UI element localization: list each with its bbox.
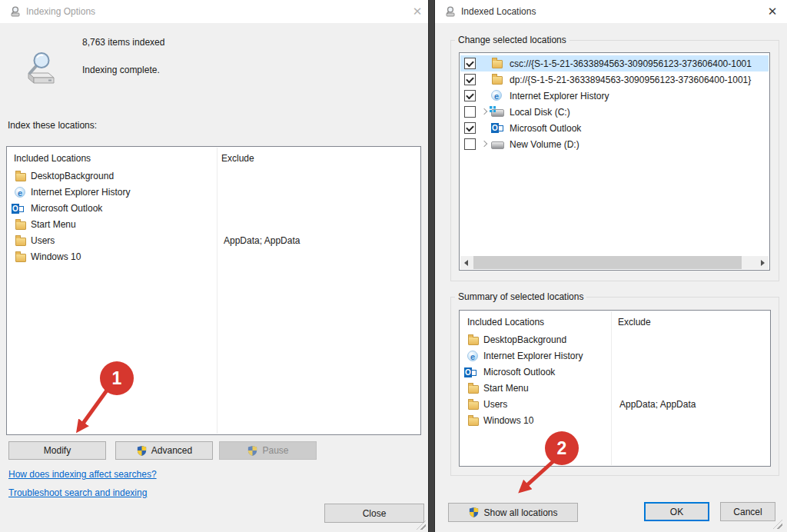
folder-icon: [15, 219, 28, 230]
list-item[interactable]: Start Menu: [460, 380, 769, 396]
dialog-title: Indexed Locations: [461, 6, 536, 17]
location-label: Users: [483, 399, 507, 410]
tree-item-label: Internet Explorer History: [510, 91, 769, 101]
uac-shield-icon: [136, 445, 148, 457]
column-header-included: Included Locations: [467, 317, 544, 328]
location-label: Internet Explorer History: [483, 351, 583, 361]
change-locations-group-label: Change selected locations: [455, 35, 569, 45]
locations-tree: csc://{S-1-5-21-3633894563-3090956123-37…: [459, 52, 770, 271]
list-item[interactable]: DesktopBackground: [460, 331, 769, 347]
pause-button-label: Pause: [262, 445, 288, 456]
link-troubleshoot-search[interactable]: Troubleshoot search and indexing: [8, 487, 147, 498]
close-button-label: Close: [363, 508, 387, 519]
tree-item-label: Local Disk (C:): [510, 107, 769, 118]
included-locations-listview: Included Locations Exclude DesktopBackgr…: [6, 146, 421, 435]
cancel-button[interactable]: Cancel: [720, 502, 775, 521]
location-label: Start Menu: [31, 219, 76, 230]
indexing-options-dialog: Indexing Options ✕ 8,763 items indexed I…: [0, 0, 428, 532]
list-item[interactable]: Windows 10: [8, 248, 420, 264]
scroll-left-button[interactable]: [460, 256, 473, 269]
summary-group-label: Summary of selected locations: [455, 291, 586, 302]
annotation-badge-1: 1: [100, 361, 134, 395]
location-label: Microsoft Outlook: [31, 203, 102, 214]
folder-icon: [15, 235, 28, 246]
tree-item[interactable]: Microsoft Outlook: [460, 120, 769, 136]
list-item[interactable]: Windows 10: [460, 412, 769, 428]
indexing-options-app-icon: [9, 5, 22, 18]
list-item[interactable]: Internet Explorer History: [8, 184, 420, 200]
tree-item-label: csc://{S-1-5-21-3633894563-3090956123-37…: [510, 58, 769, 69]
tree-item[interactable]: Local Disk (C:): [460, 104, 769, 120]
folder-icon: [467, 383, 480, 394]
horizontal-scrollbar[interactable]: [460, 256, 769, 269]
ok-button-label: OK: [670, 507, 683, 517]
internet-explorer-icon: [491, 90, 504, 101]
folder-icon: [467, 415, 480, 426]
internet-explorer-icon: [15, 187, 28, 198]
list-item[interactable]: DesktopBackground: [8, 168, 420, 184]
column-header-included: Included Locations: [14, 153, 91, 164]
expand-chevron-icon[interactable]: [481, 108, 487, 115]
tree-item-label: dp://{S-1-5-21-3633894563-3090956123-373…: [510, 75, 769, 85]
close-button[interactable]: Close: [324, 504, 424, 523]
indexed-locations-dialog: Indexed Locations ✕ Change selected loca…: [435, 0, 787, 532]
checkbox-unchecked[interactable]: [464, 138, 476, 150]
checkbox-checked[interactable]: [464, 58, 476, 69]
ok-button[interactable]: OK: [644, 502, 709, 521]
link-indexing-affect-searches[interactable]: How does indexing affect searches?: [8, 469, 157, 480]
folder-icon: [467, 399, 480, 410]
scroll-right-button[interactable]: [755, 256, 769, 269]
modify-button[interactable]: Modify: [8, 441, 106, 460]
tree-item-label: Microsoft Outlook: [510, 123, 769, 134]
outlook-icon: [464, 367, 477, 377]
location-label: Internet Explorer History: [31, 187, 130, 198]
show-all-locations-button[interactable]: Show all locations: [448, 503, 578, 522]
pause-button: Pause: [219, 441, 317, 460]
list-item[interactable]: Start Menu: [8, 216, 420, 232]
folder-icon: [467, 334, 480, 345]
title-bar: Indexing Options ✕: [0, 0, 428, 23]
location-label: Windows 10: [31, 251, 81, 262]
cancel-button-label: Cancel: [733, 507, 762, 517]
modify-button-label: Modify: [44, 445, 71, 456]
list-item[interactable]: Microsoft Outlook: [460, 364, 769, 380]
checkbox-unchecked[interactable]: [464, 106, 476, 118]
tree-item-label: New Volume (D:): [510, 139, 769, 150]
annotation-badge-2: 2: [545, 431, 579, 465]
outlook-icon: [12, 203, 25, 214]
location-label: DesktopBackground: [31, 171, 114, 181]
checkbox-checked[interactable]: [464, 74, 476, 85]
uac-shield-icon: [247, 445, 258, 457]
summary-listview: Included Locations Exclude DesktopBackgr…: [459, 310, 771, 467]
disk-icon: [491, 138, 504, 150]
list-item[interactable]: Users AppData; AppData: [460, 396, 769, 412]
tree-item[interactable]: csc://{S-1-5-21-3633894563-3090956123-37…: [460, 55, 769, 71]
tree-item[interactable]: dp://{S-1-5-21-3633894563-3090956123-373…: [460, 71, 769, 88]
checkbox-checked[interactable]: [464, 90, 476, 101]
close-icon[interactable]: ✕: [761, 2, 784, 21]
close-icon[interactable]: ✕: [406, 2, 429, 21]
column-header-exclude: Exclude: [221, 153, 254, 164]
exclude-value: AppData; AppData: [619, 399, 696, 410]
indexing-options-app-icon: [444, 5, 457, 18]
checkbox-checked[interactable]: [464, 122, 476, 134]
scrollbar-thumb[interactable]: [473, 256, 742, 269]
dialog-title: Indexing Options: [26, 6, 95, 17]
list-item[interactable]: Internet Explorer History: [460, 347, 769, 364]
local-disk-icon: [491, 106, 504, 118]
uac-shield-icon: [468, 507, 480, 518]
list-item[interactable]: Microsoft Outlook: [8, 200, 420, 216]
advanced-button[interactable]: Advanced: [115, 441, 213, 460]
expand-chevron-icon[interactable]: [481, 141, 487, 147]
tree-item[interactable]: Internet Explorer History: [460, 88, 769, 104]
folder-icon: [15, 251, 28, 262]
folder-icon: [491, 74, 504, 85]
items-indexed-count: 8,763 items indexed: [82, 37, 164, 48]
tree-item[interactable]: New Volume (D:): [460, 136, 769, 152]
title-bar: Indexed Locations ✕: [435, 0, 787, 23]
list-item[interactable]: Users AppData; AppData: [8, 232, 420, 248]
outlook-icon: [491, 122, 504, 134]
column-header-exclude: Exclude: [618, 317, 651, 328]
internet-explorer-icon: [467, 351, 480, 361]
folder-icon: [15, 171, 28, 181]
